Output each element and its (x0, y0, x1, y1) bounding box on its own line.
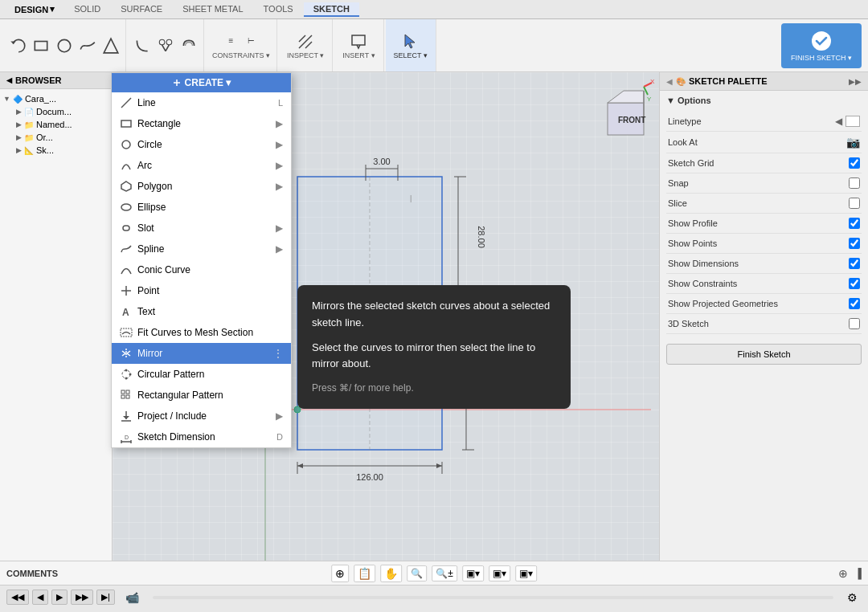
menu-item-conic-curve[interactable]: Conic Curve (112, 259, 291, 280)
snap-checkbox[interactable] (849, 177, 860, 189)
option-sketch-grid[interactable]: Sketch Grid (666, 153, 862, 173)
tab-sketch[interactable]: SKETCH (304, 2, 359, 17)
menu-item-point[interactable]: Point (112, 280, 291, 301)
undo-btn[interactable] (6, 35, 29, 57)
constraints-label[interactable]: CONSTRAINTS ▾ (212, 51, 270, 59)
menu-item-sketch-dimension[interactable]: D Sketch Dimension D (112, 426, 291, 447)
menu-item-circle[interactable]: Circle ▶ (112, 134, 291, 155)
menu-item-fit-curves[interactable]: Fit Curves to Mesh Section (112, 322, 291, 343)
option-show-points[interactable]: Show Points (666, 234, 862, 254)
sketch-dim-shortcut: D (276, 432, 283, 442)
constraint-h-btn[interactable]: ≡ (222, 32, 241, 50)
svg-point-57 (121, 204, 131, 210)
timeline-record-btn[interactable]: 📹 (121, 590, 143, 606)
tab-tools[interactable]: TOOLS (254, 2, 303, 17)
design-button[interactable]: DESIGN ▾ (6, 2, 63, 16)
menu-item-slot[interactable]: Slot ▶ (112, 218, 291, 239)
scissors-btn[interactable] (154, 35, 177, 57)
svg-rect-10 (352, 35, 365, 45)
settings-gear-btn[interactable]: ⚙ (843, 590, 862, 606)
menu-item-polygon[interactable]: Polygon ▶ (112, 176, 291, 197)
option-slice[interactable]: Slice (666, 194, 862, 214)
tooltip-shortcut-hint: Press ⌘/ for more help. (312, 381, 556, 396)
timeline-step-btn[interactable]: ◀◀ (6, 590, 29, 605)
show-points-checkbox[interactable] (849, 238, 860, 249)
offset-btn[interactable] (178, 35, 200, 57)
menu-item-line[interactable]: Line L (112, 92, 291, 113)
timeline-end-btn[interactable]: ▶| (96, 590, 115, 605)
tree-item-named[interactable]: ▶ 📁 Named... (0, 118, 112, 131)
nav-tool-view1[interactable]: ▣▾ (462, 565, 484, 581)
show-constraints-checkbox[interactable] (849, 278, 860, 289)
timeline-play-btn[interactable]: ▶ (51, 590, 68, 605)
timeline-prev-btn[interactable]: ◀ (32, 590, 48, 605)
3d-sketch-checkbox[interactable] (849, 318, 860, 329)
nav-tool-2[interactable]: 📋 (354, 565, 375, 582)
finish-sketch-palette-btn[interactable]: Finish Sketch (666, 344, 862, 365)
option-look-at[interactable]: Look At 📷 (666, 132, 862, 153)
menu-item-mirror[interactable]: Mirror ⋮ (112, 343, 291, 364)
rect-tool-btn[interactable] (30, 35, 52, 57)
sketch-palette-panel: ◀ 🎨 SKETCH PALETTE ▶▶ ▼ Options Linetype… (659, 72, 868, 561)
svg-line-9 (305, 42, 312, 48)
menu-item-rectangular-pattern[interactable]: Rectangular Pattern (112, 385, 291, 406)
option-3d-sketch[interactable]: 3D Sketch (666, 314, 862, 334)
svg-line-7 (299, 35, 312, 48)
show-projected-checkbox[interactable] (849, 298, 860, 309)
spline-tool-btn[interactable] (76, 35, 99, 57)
menu-item-rectangle[interactable]: Rectangle ▶ (112, 113, 291, 134)
toolbar-inspect[interactable]: INSPECT ▾ (279, 19, 333, 71)
nav-tool-1[interactable]: ⊕ (331, 565, 349, 582)
menu-item-arc[interactable]: Arc ▶ (112, 155, 291, 176)
browser-header: ◀ BROWSER (0, 72, 112, 89)
option-show-dimensions-label: Show Dimensions (668, 259, 739, 268)
option-snap[interactable]: Snap (666, 173, 862, 194)
tree-item-or[interactable]: ▶ 📁 Or... (0, 131, 112, 144)
nav-tool-zoom-fit[interactable]: 🔍± (432, 565, 457, 581)
finish-sketch-toolbar-btn[interactable]: FINISH SKETCH ▾ (781, 23, 862, 68)
toolbar-insert[interactable]: INSERT ▾ (334, 19, 383, 71)
fillet-btn[interactable] (131, 35, 154, 57)
svg-rect-0 (35, 41, 47, 50)
option-look-at-label: Look At (668, 137, 698, 147)
svg-rect-69 (126, 390, 129, 394)
option-show-projected[interactable]: Show Projected Geometries (666, 294, 862, 314)
option-show-profile[interactable]: Show Profile (666, 214, 862, 234)
menu-item-project-include[interactable]: Project / Include ▶ (112, 406, 291, 426)
timeline-next-btn[interactable]: ▶▶ (71, 590, 93, 605)
nav-tool-zoom[interactable]: 🔍 (407, 565, 427, 581)
tab-sheet-metal[interactable]: SHEET METAL (173, 2, 252, 17)
svg-point-65 (125, 369, 128, 372)
constraint-v-btn[interactable]: ⊢ (242, 32, 261, 50)
option-show-constraints-label: Show Constraints (668, 279, 737, 288)
show-dimensions-checkbox[interactable] (849, 258, 860, 269)
option-show-dimensions[interactable]: Show Dimensions (666, 254, 862, 274)
tab-solid[interactable]: SOLID (64, 2, 110, 17)
tree-item-sk[interactable]: ▶ 📐 Sk... (0, 144, 112, 157)
tab-surface[interactable]: SURFACE (111, 2, 172, 17)
nav-tool-hand[interactable]: ✋ (380, 565, 402, 582)
nav-tool-view2[interactable]: ▣▾ (489, 565, 510, 581)
svg-point-55 (122, 141, 130, 149)
menu-item-spline[interactable]: Spline ▶ (112, 239, 291, 259)
inspect-label: INSPECT ▾ (287, 51, 324, 59)
comments-add-btn[interactable]: ⊕ (838, 567, 848, 580)
option-show-constraints[interactable]: Show Constraints (666, 274, 862, 294)
svg-line-46 (644, 87, 648, 95)
menu-item-circular-pattern[interactable]: Circular Pattern (112, 364, 291, 385)
sketch-grid-checkbox[interactable] (849, 157, 860, 169)
menu-item-text[interactable]: A Text (112, 301, 291, 322)
slice-checkbox[interactable] (849, 198, 860, 209)
circle-tool-btn[interactable] (53, 35, 76, 57)
show-profile-checkbox[interactable] (849, 218, 860, 229)
toolbar-select[interactable]: SELECT ▾ (386, 19, 436, 71)
trim-tool-btn[interactable] (100, 35, 122, 57)
menu-item-ellipse[interactable]: Ellipse (112, 197, 291, 218)
create-dropdown-header[interactable]: CREATE ▾ (112, 73, 291, 92)
browser-tree: ▼ 🔷 Cara_... ▶ 📄 Docum... ▶ 📁 Named... ▶… (0, 89, 112, 561)
view-cube[interactable]: X Y FRONT (604, 79, 656, 139)
tree-item-cara[interactable]: ▼ 🔷 Cara_... (0, 92, 112, 105)
tree-item-doc[interactable]: ▶ 📄 Docum... (0, 105, 112, 118)
nav-tool-view3[interactable]: ▣▾ (515, 565, 537, 581)
comments-toggle-btn[interactable]: ▐ (854, 568, 862, 579)
